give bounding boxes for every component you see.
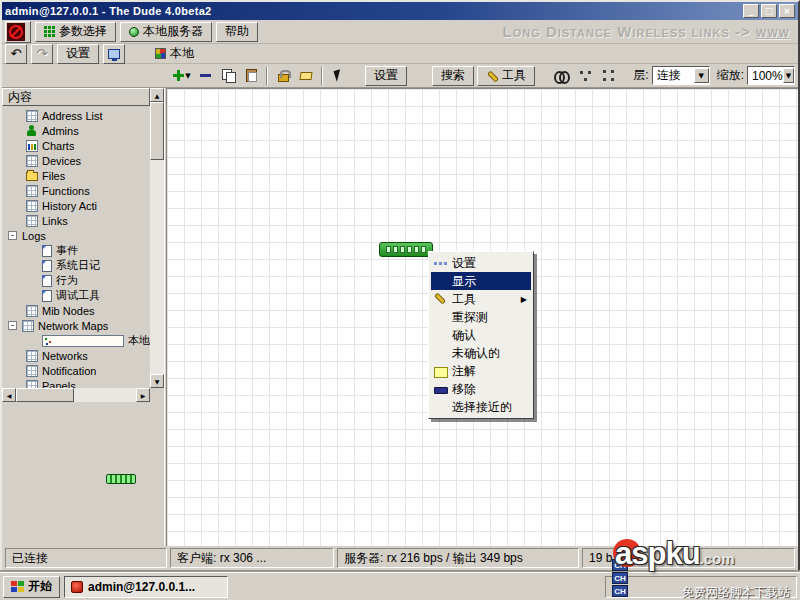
help-button[interactable]: 帮助 [216, 22, 258, 42]
tree-item-logs[interactable]: -Logs [2, 228, 150, 243]
desktop: admin@127.0.0.1 - The Dude 4.0beta2 _ □ … [0, 0, 800, 600]
context-menu-item[interactable]: 注解 [431, 362, 531, 380]
scroll-right-icon[interactable]: ▶ [136, 388, 150, 402]
tools-button[interactable]: 工具 [477, 66, 535, 86]
vscroll-thumb[interactable] [150, 102, 164, 160]
scroll-down-icon[interactable]: ▼ [150, 374, 164, 388]
start-label: 开始 [28, 578, 52, 595]
context-menu-item[interactable]: 确认 [431, 326, 531, 344]
export-button[interactable] [103, 44, 125, 64]
start-button[interactable]: 开始 [3, 576, 60, 598]
layout-grid-button[interactable] [598, 66, 618, 86]
help-label: 帮助 [225, 23, 249, 40]
copy-button[interactable] [218, 66, 238, 86]
settings-button[interactable]: 设置 [57, 44, 99, 64]
remove-icon [433, 381, 448, 397]
paste-button[interactable] [241, 66, 261, 86]
tree-item-networks[interactable]: Networks [2, 348, 150, 363]
map-canvas[interactable]: 设置显示工具▶重探测确认未确认的注解移除选择接近的 [167, 88, 798, 546]
device-node[interactable] [379, 242, 433, 257]
tree-vscrollbar[interactable]: ▲ ▼ [150, 88, 164, 388]
tree-item-mib-nodes[interactable]: Mib Nodes [2, 303, 150, 318]
windows-logo-icon [11, 581, 24, 592]
lock-icon [278, 74, 289, 82]
redo-button[interactable]: ↷ [31, 44, 53, 64]
taskbar: 开始 admin@127.0.0.1... [0, 572, 800, 600]
hscroll-thumb[interactable] [16, 388, 74, 402]
remove-item-button[interactable] [195, 66, 215, 86]
tree-item-系统日记[interactable]: 系统日记 [2, 258, 150, 273]
table-icon [26, 155, 38, 167]
blank-icon [433, 273, 448, 289]
maximize-button[interactable]: □ [761, 4, 777, 18]
www-link[interactable]: www [756, 23, 790, 40]
label-button[interactable] [296, 66, 316, 86]
context-menu-item[interactable]: 设置 [431, 254, 531, 272]
tree-item-notification[interactable]: Notification [2, 363, 150, 378]
device-led [414, 246, 419, 253]
context-menu-item[interactable]: 工具▶ [431, 290, 531, 308]
minimize-button[interactable]: _ [743, 4, 759, 18]
tree-item-label: 本地 [128, 333, 150, 348]
vscroll-track[interactable] [150, 160, 164, 374]
tree-item-本地[interactable]: 本地 [2, 333, 150, 348]
tree-item-network-maps[interactable]: -Network Maps [2, 318, 150, 333]
close-button[interactable]: × [779, 4, 795, 18]
zoom-dropdown-arrow-icon[interactable]: ▼ [783, 68, 794, 83]
ime-ch-icon[interactable]: CH [612, 572, 628, 584]
copy-icon [222, 69, 235, 82]
chart-icon [26, 140, 38, 152]
tree-item-functions[interactable]: Functions [2, 183, 150, 198]
context-menu-item[interactable]: 选择接近的 [431, 398, 531, 416]
ime-ch-icon[interactable]: CH [612, 585, 628, 597]
blank-icon [433, 399, 448, 415]
local-server-button[interactable]: 本地服务器 [120, 22, 212, 42]
tree-item-files[interactable]: Files [2, 168, 150, 183]
scroll-left-icon[interactable]: ◀ [2, 388, 16, 402]
menu-item-label: 选择接近的 [452, 399, 512, 416]
tree-item-调试工具[interactable]: 调试工具 [2, 288, 150, 303]
undo-button[interactable]: ↶ [5, 44, 27, 64]
context-menu-item[interactable]: 移除 [431, 380, 531, 398]
tree-item-charts[interactable]: Charts [2, 138, 150, 153]
search-button[interactable]: 搜索 [432, 66, 474, 86]
discover-button[interactable] [552, 66, 572, 86]
app-window: admin@127.0.0.1 - The Dude 4.0beta2 _ □ … [0, 0, 800, 572]
tree-item-label: Networks [42, 350, 88, 362]
redo-icon: ↷ [37, 47, 48, 60]
add-device-button[interactable]: ▼ [172, 66, 192, 86]
select-tool-button[interactable] [328, 66, 348, 86]
map-settings-button[interactable]: 设置 [365, 66, 407, 86]
layer-dropdown-arrow-icon[interactable]: ▼ [694, 68, 709, 83]
edit-toolbar: ↶ ↷ 设置 本地 [2, 44, 798, 64]
tree-item-panels[interactable]: Panels [2, 378, 150, 388]
expander-minus-icon[interactable]: - [8, 231, 17, 240]
add-dropdown-arrow-icon[interactable]: ▼ [185, 72, 190, 80]
preferences-button[interactable]: 参数选择 [35, 22, 116, 42]
tree-item-history-acti[interactable]: History Acti [2, 198, 150, 213]
titlebar[interactable]: admin@127.0.0.1 - The Dude 4.0beta2 _ □ … [2, 2, 798, 20]
lock-button[interactable] [273, 66, 293, 86]
tree-item-devices[interactable]: Devices [2, 153, 150, 168]
layout-button[interactable] [575, 66, 595, 86]
taskbar-task-button[interactable]: admin@127.0.0.1... [64, 576, 228, 598]
layer-select[interactable]: 连接 ▼ [652, 66, 710, 85]
tree-hscrollbar[interactable]: ◀ ▶ [2, 388, 150, 402]
context-menu-item[interactable]: 未确认的 [431, 344, 531, 362]
zoom-select[interactable]: 100% ▼ [747, 66, 795, 85]
expander-minus-icon[interactable]: - [8, 321, 17, 330]
tree-item-事件[interactable]: 事件 [2, 243, 150, 258]
table-icon [26, 365, 38, 377]
scroll-up-icon[interactable]: ▲ [150, 88, 164, 102]
map-toolbar: ▼ 设置 [2, 64, 798, 88]
tree-item-admins[interactable]: Admins [2, 123, 150, 138]
tree-item-address-list[interactable]: Address List [2, 108, 150, 123]
context-menu-item[interactable]: 显示 [431, 272, 531, 290]
tree-item-行为[interactable]: 行为 [2, 273, 150, 288]
tree-item-links[interactable]: Links [2, 213, 150, 228]
tab-local-map[interactable]: 本地 [155, 45, 194, 62]
disconnect-button[interactable] [5, 21, 31, 43]
context-menu-item[interactable]: 重探测 [431, 308, 531, 326]
hscroll-track[interactable] [74, 388, 136, 402]
page-icon [42, 275, 52, 287]
